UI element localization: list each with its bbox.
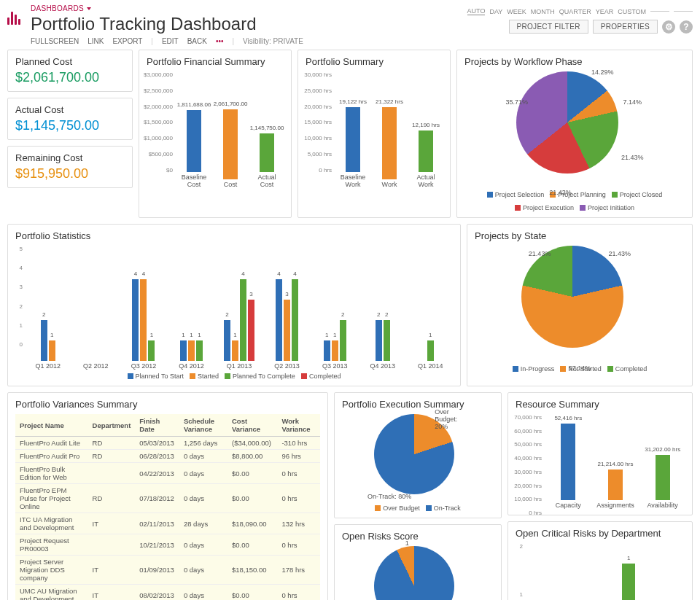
portfolio-statistics-card: Portfolio Statistics 543210 21Q1 2012Q2 … bbox=[7, 224, 461, 386]
table-header: Project Name bbox=[15, 414, 88, 437]
breadcrumb[interactable]: DASHBOARDS bbox=[31, 4, 460, 12]
remaining-cost-card: Remaining Cost $915,950.00 bbox=[7, 146, 133, 188]
project-filter-button[interactable]: PROJECT FILTER bbox=[509, 20, 588, 34]
export-link[interactable]: EXPORT bbox=[112, 37, 142, 45]
table-header: Cost Variance bbox=[228, 414, 277, 437]
table-row[interactable]: UMC AU Migration and DevelopmentIT08/02/… bbox=[15, 585, 320, 601]
variances-table: Project NameDepartmentFinish DateSchedul… bbox=[15, 414, 320, 600]
fullscreen-link[interactable]: FULLSCREEN bbox=[31, 37, 79, 45]
table-row[interactable]: FluentPro Audit ProRD06/28/20130 days$8,… bbox=[15, 450, 320, 463]
resource-summary-card: Resource Summary 70,000 hrs60,000 hrs50,… bbox=[508, 392, 693, 515]
critical-risks-card: Open Critical Risks by Department 210 (N… bbox=[508, 521, 693, 600]
table-row[interactable]: Project Request PR0000310/21/20130 days$… bbox=[15, 534, 320, 556]
projects-by-state-card: Projects by State 21.43%57.14%21.43% In-… bbox=[467, 224, 693, 386]
table-row[interactable]: Project Server Migration DDS companyIT01… bbox=[15, 556, 320, 585]
submenu: FULLSCREEN LINK EXPORT | EDIT BACK ••• |… bbox=[31, 37, 460, 45]
planned-cost-value: $2,061,700.00 bbox=[15, 70, 125, 85]
planned-cost-card: Planned Cost $2,061,700.00 bbox=[7, 50, 133, 92]
table-row[interactable]: ITC UA Migration and DevelopmentIT02/11/… bbox=[15, 513, 320, 534]
page-title: Portfolio Tracking Dashboard bbox=[31, 14, 460, 34]
range-auto[interactable]: AUTO bbox=[467, 7, 486, 15]
edit-link[interactable]: EDIT bbox=[162, 37, 179, 45]
table-row[interactable]: FluentPro Audit LiteRD05/03/20131,256 da… bbox=[15, 437, 320, 450]
help-icon[interactable]: ? bbox=[680, 20, 693, 34]
portfolio-summary-card: Portfolio Summary 30,000 hrs25,000 hrs20… bbox=[298, 50, 451, 218]
remaining-cost-value: $915,950.00 bbox=[15, 166, 125, 182]
variances-summary-card: Portfolio Variances Summary Project Name… bbox=[7, 392, 328, 600]
link-link[interactable]: LINK bbox=[88, 37, 104, 45]
topbar: DASHBOARDS Portfolio Tracking Dashboard … bbox=[0, 0, 700, 47]
table-header: Schedule Variance bbox=[179, 414, 228, 437]
range-day[interactable]: DAY bbox=[489, 8, 502, 15]
risks-score-card: Open Risks Score 131 Open Low/Average Ri… bbox=[334, 524, 502, 600]
actual-cost-card: Actual Cost $1,145,750.00 bbox=[7, 98, 133, 140]
workflow-phase-card: Projects by Workflow Phase 14.29%7.14%21… bbox=[456, 50, 693, 218]
range-quarter[interactable]: QUARTER bbox=[559, 8, 591, 15]
range-month[interactable]: MONTH bbox=[531, 8, 555, 15]
range-custom[interactable]: CUSTOM bbox=[618, 8, 646, 15]
actual-cost-value: $1,145,750.00 bbox=[15, 118, 125, 133]
execution-summary-card: Portfolio Execution Summary Over Budget:… bbox=[334, 392, 502, 518]
table-row[interactable]: FluentPro Bulk Edition for Web04/22/2013… bbox=[15, 463, 320, 484]
app-logo-icon bbox=[7, 9, 23, 25]
range-week[interactable]: WEEK bbox=[507, 8, 526, 15]
table-row[interactable]: FluentPro EPM Pulse for Project OnlineRD… bbox=[15, 484, 320, 513]
gear-icon[interactable]: ⚙ bbox=[662, 20, 675, 34]
range-year[interactable]: YEAR bbox=[596, 8, 614, 15]
time-range-bar: AUTO DAY WEEK MONTH QUARTER YEAR CUSTOM bbox=[467, 7, 693, 15]
properties-button[interactable]: PROPERTIES bbox=[593, 20, 658, 34]
table-header: Finish Date bbox=[135, 414, 179, 437]
back-link[interactable]: BACK bbox=[187, 37, 207, 45]
table-header: Work Variance bbox=[277, 414, 320, 437]
more-link[interactable]: ••• bbox=[216, 37, 224, 45]
financial-summary-card: Portfolio Financial Summary $3,000,000$2… bbox=[139, 50, 292, 218]
table-header: Department bbox=[88, 414, 136, 437]
